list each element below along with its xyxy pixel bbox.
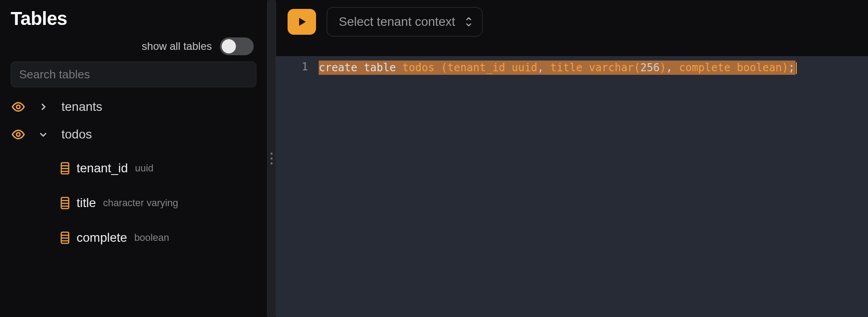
column-name: title — [77, 196, 96, 210]
chevron-right-icon[interactable] — [38, 102, 48, 112]
column-type: boolean — [134, 232, 169, 244]
visibility-icon[interactable] — [12, 100, 25, 114]
tok-punc: , — [666, 61, 672, 74]
column-icon — [61, 162, 69, 175]
columns-list: tenant_id uuid title character varying — [11, 159, 256, 247]
drag-handle-icon — [271, 153, 273, 165]
sidebar: Tables show all tables — [0, 0, 267, 317]
tok-type: uuid — [512, 61, 538, 74]
sql-editor[interactable]: 1 create table todos (tenant_id uuid, ti… — [276, 56, 868, 317]
search-tables-input[interactable] — [11, 61, 256, 87]
table-row-tenants[interactable]: tenants — [11, 98, 256, 116]
column-type: character varying — [103, 197, 178, 209]
editor-toolbar: Select tenant context — [276, 0, 868, 44]
tok-punc: ) — [660, 61, 666, 74]
play-icon — [296, 16, 307, 28]
table-row-todos[interactable]: todos — [11, 126, 256, 143]
tok-keyword: create — [319, 61, 357, 74]
editor-caret — [796, 62, 797, 74]
tok-identifier: tenant_id — [447, 61, 505, 74]
table-label: todos — [61, 127, 92, 142]
tenant-select-placeholder: Select tenant context — [339, 15, 455, 29]
line-number: 1 — [276, 61, 308, 73]
show-all-tables-label: show all tables — [142, 40, 212, 53]
tok-type: boolean — [737, 61, 782, 74]
pane-resize-handle[interactable] — [267, 0, 276, 317]
column-row[interactable]: complete boolean — [11, 229, 256, 247]
column-type: uuid — [135, 163, 154, 174]
show-all-tables-toggle[interactable] — [220, 37, 254, 55]
run-query-button[interactable] — [288, 9, 316, 35]
svg-marker-14 — [299, 18, 306, 26]
tok-keyword: table — [364, 61, 396, 74]
sidebar-title: Tables — [11, 8, 256, 29]
code-area[interactable]: create table todos (tenant_id uuid, titl… — [319, 56, 868, 317]
show-all-row: show all tables — [11, 37, 256, 55]
line-gutter: 1 — [276, 56, 319, 317]
tok-identifier: complete — [679, 61, 730, 74]
tok-punc: ( — [634, 61, 640, 74]
tenant-context-select[interactable]: Select tenant context — [327, 7, 483, 37]
code-line: create table todos (tenant_id uuid, titl… — [319, 61, 795, 75]
tok-punc: ; — [788, 61, 795, 74]
main-panel: Select tenant context 1 create table tod… — [276, 0, 868, 317]
column-name: complete — [77, 231, 127, 245]
svg-point-0 — [16, 105, 20, 109]
tok-identifier: title — [550, 61, 582, 74]
column-icon — [61, 232, 69, 244]
tok-punc: , — [537, 61, 544, 74]
chevron-down-icon[interactable] — [38, 130, 48, 139]
tok-identifier: todos — [402, 61, 434, 74]
tok-number: 256 — [641, 61, 660, 74]
toggle-thumb — [222, 39, 236, 53]
column-row[interactable]: title character varying — [11, 194, 256, 212]
table-label: tenants — [61, 100, 102, 114]
column-name: tenant_id — [77, 161, 128, 175]
visibility-icon[interactable] — [12, 128, 25, 141]
tables-tree: tenants todos — [11, 98, 256, 247]
tok-type: varchar — [589, 61, 634, 74]
svg-point-1 — [16, 133, 20, 136]
tok-punc: ( — [441, 61, 447, 74]
column-icon — [61, 197, 69, 209]
tok-punc: ) — [782, 61, 788, 74]
column-row[interactable]: tenant_id uuid — [11, 159, 256, 177]
select-chevrons-icon — [465, 17, 472, 27]
